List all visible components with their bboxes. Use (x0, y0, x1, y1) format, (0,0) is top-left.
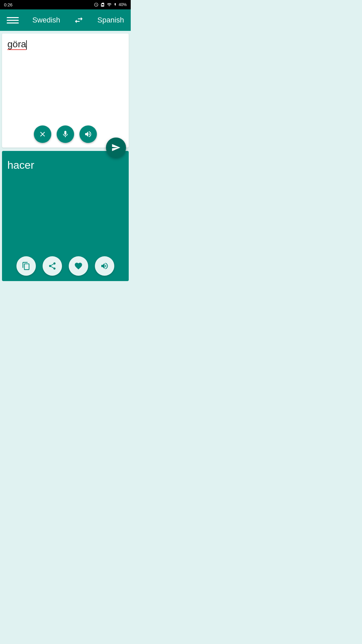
target-language[interactable]: Spanish (97, 16, 124, 24)
time-display: 0:26 (4, 2, 12, 7)
copy-button[interactable] (16, 256, 36, 276)
input-panel: göra (2, 34, 129, 148)
text-cursor (26, 40, 27, 50)
output-panel: hacer (2, 151, 129, 281)
favorite-button[interactable] (69, 256, 88, 276)
input-word: göra (7, 39, 26, 50)
main-content: göra (0, 31, 131, 283)
signal-icon (107, 2, 112, 7)
speak-output-button[interactable] (95, 256, 114, 276)
status-icons: 40% (94, 2, 127, 7)
clear-button[interactable] (34, 125, 51, 143)
status-bar: 0:26 40% (0, 0, 131, 9)
status-time: 0:26 (4, 2, 12, 7)
sim-icon (100, 2, 105, 7)
panels-wrapper: göra (0, 31, 131, 283)
input-actions (34, 125, 97, 143)
source-language[interactable]: Swedish (32, 16, 60, 24)
menu-button[interactable] (7, 17, 19, 23)
toolbar: Swedish Spanish (0, 9, 131, 31)
translate-button[interactable] (106, 138, 126, 158)
battery-text: 40% (119, 2, 127, 7)
output-text: hacer (7, 159, 34, 171)
charging-icon (114, 2, 117, 7)
microphone-button[interactable] (57, 125, 74, 143)
speak-input-button[interactable] (79, 125, 97, 143)
output-actions (16, 256, 114, 276)
alarm-icon (94, 2, 99, 7)
share-button[interactable] (43, 256, 62, 276)
swap-languages-button[interactable] (74, 15, 84, 25)
input-text-area[interactable]: göra (7, 39, 123, 119)
